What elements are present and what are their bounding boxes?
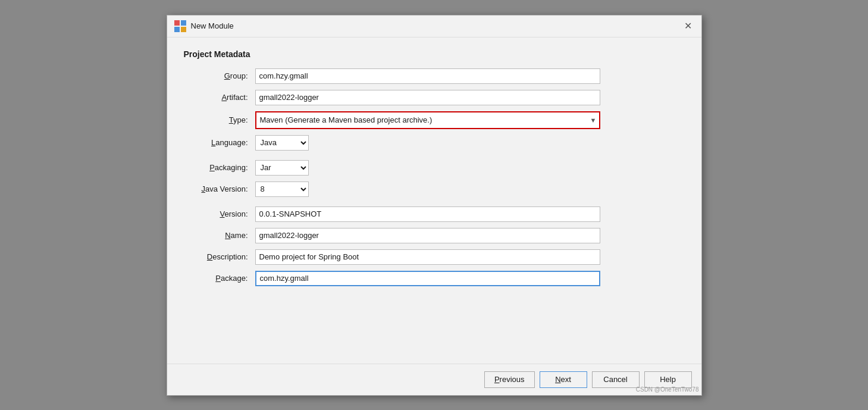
- cancel-button[interactable]: Cancel: [592, 371, 640, 388]
- dialog-title: New Module: [191, 21, 234, 30]
- watermark: CSDN @OneTenTwo78: [636, 386, 699, 393]
- title-bar: New Module ✕: [167, 15, 701, 37]
- packaging-select[interactable]: Jar: [255, 160, 309, 176]
- cancel-label: Cancel: [603, 375, 627, 384]
- help-label: Help: [660, 375, 676, 384]
- type-select[interactable]: Maven (Generate a Maven based project ar…: [255, 111, 600, 129]
- artifact-row: Artifact:: [184, 90, 685, 105]
- package-input[interactable]: [255, 271, 600, 286]
- app-icon: [174, 20, 186, 32]
- title-bar-left: New Module: [174, 20, 234, 32]
- java-version-select[interactable]: 8: [255, 181, 309, 197]
- package-label: Package:: [184, 274, 255, 283]
- next-button[interactable]: Next: [540, 371, 587, 388]
- version-row: Version:: [184, 206, 685, 222]
- description-row: Description:: [184, 249, 685, 265]
- version-input[interactable]: [255, 206, 600, 222]
- language-select[interactable]: Java: [255, 135, 309, 151]
- packaging-label: Packaging:: [184, 163, 255, 172]
- section-title: Project Metadata: [184, 49, 685, 59]
- java-version-label: Java Version:: [184, 184, 255, 193]
- group-row: Group:: [184, 68, 685, 84]
- close-button[interactable]: ✕: [682, 20, 694, 32]
- description-label: Description:: [184, 252, 255, 261]
- language-row: Language: Java: [184, 135, 685, 151]
- svg-rect-3: [181, 27, 186, 32]
- java-version-row: Java Version: 8: [184, 181, 685, 197]
- type-select-wrapper: Maven (Generate a Maven based project ar…: [255, 111, 600, 129]
- version-label: Version:: [184, 209, 255, 218]
- language-label: Language:: [184, 138, 255, 147]
- artifact-input[interactable]: [255, 90, 600, 105]
- dialog-content: Project Metadata Group: Artifact: Type: …: [167, 37, 701, 364]
- svg-rect-1: [181, 20, 186, 26]
- svg-rect-2: [174, 27, 180, 32]
- name-label: Name:: [184, 231, 255, 240]
- previous-button[interactable]: Previous: [484, 371, 535, 388]
- artifact-label: Artifact:: [184, 93, 255, 102]
- new-module-dialog: New Module ✕ Project Metadata Group: Art…: [167, 15, 702, 396]
- group-input[interactable]: [255, 68, 600, 84]
- help-button[interactable]: Help: [644, 371, 692, 388]
- type-row: Type: Maven (Generate a Maven based proj…: [184, 111, 685, 129]
- name-input[interactable]: [255, 228, 600, 243]
- svg-rect-0: [174, 20, 180, 26]
- group-label: Group:: [184, 71, 255, 80]
- description-input[interactable]: [255, 249, 600, 265]
- package-row: Package:: [184, 271, 685, 286]
- dialog-footer: Previous Next Cancel Help: [167, 364, 701, 395]
- packaging-row: Packaging: Jar: [184, 160, 685, 176]
- type-label: Type:: [184, 115, 255, 124]
- name-row: Name:: [184, 228, 685, 243]
